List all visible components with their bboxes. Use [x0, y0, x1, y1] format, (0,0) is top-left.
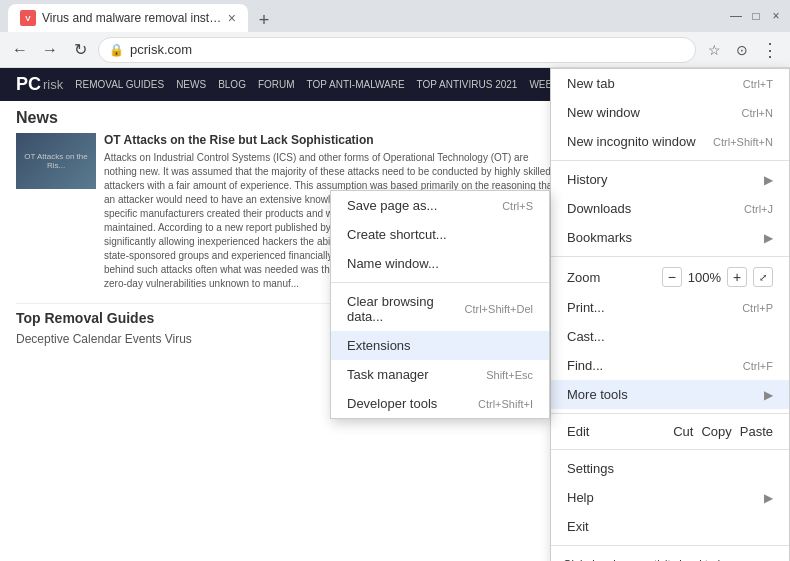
menu-settings[interactable]: Settings	[551, 454, 789, 483]
menu-help[interactable]: Help ▶	[551, 483, 789, 512]
window-close-button[interactable]: ×	[770, 10, 782, 22]
submenu-extensions[interactable]: Extensions	[331, 331, 549, 360]
forward-button[interactable]: →	[38, 38, 62, 62]
nav-removal[interactable]: REMOVAL GUIDES	[75, 79, 164, 90]
submenu-developer-tools[interactable]: Developer tools Ctrl+Shift+I	[331, 389, 549, 418]
menu-divider-3	[551, 413, 789, 414]
submenu-create-shortcut[interactable]: Create shortcut...	[331, 220, 549, 249]
active-tab[interactable]: V Virus and malware removal instr... ×	[8, 4, 248, 32]
menu-divider-2	[551, 256, 789, 257]
nav-forum[interactable]: FORUM	[258, 79, 295, 90]
menu-exit[interactable]: Exit	[551, 512, 789, 541]
title-bar: V Virus and malware removal instr... × +…	[0, 0, 790, 32]
menu-print[interactable]: Print... Ctrl+P	[551, 293, 789, 322]
submenu-save-page[interactable]: Save page as... Ctrl+S	[331, 191, 549, 220]
submenu-clear-browsing[interactable]: Clear browsing data... Ctrl+Shift+Del	[331, 287, 549, 331]
menu-icon[interactable]: ⋮	[758, 38, 782, 62]
main-menu: New tab Ctrl+T New window Ctrl+N New inc…	[550, 68, 790, 561]
menu-new-window[interactable]: New window Ctrl+N	[551, 98, 789, 127]
maximize-button[interactable]: □	[750, 10, 762, 22]
edit-paste[interactable]: Paste	[740, 424, 773, 439]
more-tools-submenu: Save page as... Ctrl+S Create shortcut..…	[330, 190, 550, 419]
reload-button[interactable]: ↻	[68, 38, 92, 62]
zoom-fullscreen-button[interactable]: ⤢	[753, 267, 773, 287]
tab-bar: V Virus and malware removal instr... × +	[8, 0, 276, 32]
site-nav: REMOVAL GUIDES NEWS BLOG FORUM TOP ANTI-…	[75, 79, 575, 90]
tab-favicon: V	[20, 10, 36, 26]
news-title-1: OT Attacks on the Rise but Lack Sophisti…	[104, 133, 562, 147]
menu-find[interactable]: Find... Ctrl+F	[551, 351, 789, 380]
minimize-button[interactable]: —	[730, 10, 742, 22]
menu-cast[interactable]: Cast...	[551, 322, 789, 351]
bookmark-star-icon[interactable]: ☆	[702, 38, 726, 62]
news-thumb-1: OT Attacks on the Ris...	[16, 133, 96, 189]
menu-zoom: Zoom − 100% + ⤢	[551, 261, 789, 293]
menu-edit-row: Edit Cut Copy Paste	[551, 418, 789, 445]
site-logo: PC risk	[16, 74, 63, 95]
edit-copy[interactable]: Copy	[701, 424, 731, 439]
new-tab-button[interactable]: +	[252, 8, 276, 32]
zoom-value: 100%	[688, 270, 721, 285]
menu-side-panel-preview: Global malware activity level today: MED…	[551, 550, 789, 561]
menu-new-tab[interactable]: New tab Ctrl+T	[551, 69, 789, 98]
address-icons: ☆ ⊙ ⋮	[702, 38, 782, 62]
submenu-task-manager[interactable]: Task manager Shift+Esc	[331, 360, 549, 389]
back-button[interactable]: ←	[8, 38, 32, 62]
profile-icon[interactable]: ⊙	[730, 38, 754, 62]
menu-incognito[interactable]: New incognito window Ctrl+Shift+N	[551, 127, 789, 156]
zoom-minus-button[interactable]: −	[662, 267, 682, 287]
menu-divider-5	[551, 545, 789, 546]
menu-history[interactable]: History ▶	[551, 165, 789, 194]
submenu-name-window[interactable]: Name window...	[331, 249, 549, 278]
url-field[interactable]: 🔒 pcrisk.com	[98, 37, 696, 63]
menu-more-tools[interactable]: More tools ▶	[551, 380, 789, 409]
tab-title: Virus and malware removal instr...	[42, 11, 222, 25]
window-controls: — □ ×	[730, 10, 782, 22]
menu-divider-1	[551, 160, 789, 161]
nav-blog[interactable]: BLOG	[218, 79, 246, 90]
menu-downloads[interactable]: Downloads Ctrl+J	[551, 194, 789, 223]
url-text: pcrisk.com	[130, 42, 192, 57]
nav-antivirus[interactable]: TOP ANTIVIRUS 2021	[417, 79, 518, 90]
edit-cut[interactable]: Cut	[673, 424, 693, 439]
nav-anti-malware[interactable]: TOP ANTI-MALWARE	[307, 79, 405, 90]
menu-bookmarks[interactable]: Bookmarks ▶	[551, 223, 789, 252]
menu-divider-4	[551, 449, 789, 450]
nav-news[interactable]: NEWS	[176, 79, 206, 90]
address-bar: ← → ↻ 🔒 pcrisk.com ☆ ⊙ ⋮	[0, 32, 790, 68]
submenu-divider-1	[331, 282, 549, 283]
zoom-plus-button[interactable]: +	[727, 267, 747, 287]
tab-close-button[interactable]: ×	[228, 10, 236, 26]
